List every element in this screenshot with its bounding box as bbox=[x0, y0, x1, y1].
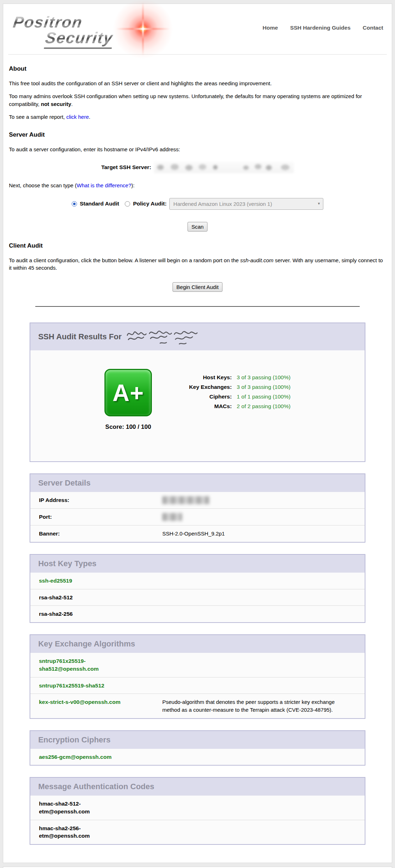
target-ssh-server-input[interactable] bbox=[154, 162, 294, 173]
host-key-types-panel: Host Key Types ssh-ed25519 rsa-sha2-512 … bbox=[30, 554, 365, 623]
scan-type-paragraph: Next, choose the scan type (What is the … bbox=[9, 182, 386, 189]
stat-row: Host Keys:3 of 3 passing (100%) bbox=[172, 374, 291, 381]
positron-security-logo[interactable]: Positron Security bbox=[13, 13, 163, 49]
about-paragraph-2: Too many admins overlook SSH configurati… bbox=[9, 92, 386, 108]
sample-report-text: To see a sample report, bbox=[9, 114, 66, 120]
banner-label: Banner: bbox=[39, 530, 128, 538]
host-key-row: rsa-sha2-256 bbox=[30, 605, 365, 622]
site-footer: sshaudit.com Copyright 2017-2023 Positro… bbox=[3, 867, 392, 868]
begin-client-audit-button[interactable]: Begin Client Audit bbox=[173, 282, 222, 292]
stat-row: Key Exchanges:3 of 3 passing (100%) bbox=[172, 384, 291, 390]
results-body: A+ Score: 100 / 100 Host Keys:3 of 3 pas… bbox=[30, 350, 365, 461]
macs-header: Message Authentication Codes bbox=[30, 778, 365, 796]
about-paragraph-3: To see a sample report, click here. bbox=[9, 113, 386, 121]
key-exchange-header: Key Exchange Algorithms bbox=[30, 635, 365, 653]
host-key-types-header: Host Key Types bbox=[30, 555, 365, 573]
ip-address-label: IP Address: bbox=[39, 496, 128, 504]
body-content: About This free tool audits the configur… bbox=[3, 65, 392, 845]
server-audit-intro: To audit a server configuration, enter i… bbox=[9, 146, 386, 153]
banner-row: Banner: SSH-2.0-OpenSSH_9.2p1 bbox=[30, 525, 365, 542]
stats-column: Host Keys:3 of 3 passing (100%) Key Exch… bbox=[172, 371, 291, 413]
logo-text-security: Security bbox=[44, 29, 114, 49]
policy-select-value: Hardened Amazon Linux 2023 (version 1) bbox=[173, 201, 272, 207]
client-audit-button-row: Begin Client Audit bbox=[9, 282, 386, 292]
stat-label: Key Exchanges: bbox=[172, 384, 232, 390]
nav-link[interactable]: SSH Hardening Guides bbox=[290, 25, 351, 31]
client-audit-heading: Client Audit bbox=[9, 242, 386, 249]
about-p2-period: . bbox=[71, 101, 73, 107]
scan-type-text-end: ): bbox=[131, 182, 134, 188]
grade-column: A+ Score: 100 / 100 bbox=[104, 369, 152, 431]
cipher-name: aes256-gcm@openssh.com bbox=[39, 753, 322, 761]
results-heading-text: SSH Audit Results For bbox=[38, 332, 122, 341]
about-paragraph-1: This free tool audits the configuration … bbox=[9, 80, 386, 87]
logo-text-positron: Positron bbox=[12, 13, 83, 31]
stat-label: Host Keys: bbox=[172, 374, 232, 381]
redacted-hostname-scribble bbox=[126, 328, 199, 346]
stat-value: 1 of 1 passing (100%) bbox=[237, 394, 291, 400]
section-divider bbox=[35, 306, 360, 307]
main-nav: Home SSH Hardening Guides Contact bbox=[263, 25, 383, 31]
stat-row: MACs:2 of 2 passing (100%) bbox=[172, 403, 291, 410]
standard-audit-label: Standard Audit bbox=[80, 200, 119, 207]
banner-value: SSH-2.0-OpenSSH_9.2p1 bbox=[162, 530, 225, 538]
site-header: Positron Security Home SSH Hardening Gui… bbox=[8, 4, 387, 55]
scan-type-row: Standard Audit Policy Audit: Hardened Am… bbox=[9, 198, 386, 210]
scan-type-difference-link[interactable]: What is the difference? bbox=[77, 182, 131, 188]
stat-value: 3 of 3 passing (100%) bbox=[237, 384, 291, 390]
redacted-ip-value bbox=[162, 496, 209, 504]
nav-link[interactable]: Home bbox=[263, 25, 278, 31]
standard-audit-radio[interactable] bbox=[72, 201, 77, 207]
encryption-ciphers-panel: Encryption Ciphers aes256-gcm@openssh.co… bbox=[30, 730, 365, 766]
client-audit-domain: ssh-audit.com bbox=[240, 257, 273, 263]
client-audit-text: To audit a client configuration, click t… bbox=[9, 257, 240, 263]
stat-value: 3 of 3 passing (100%) bbox=[237, 374, 291, 380]
host-key-name: ssh-ed25519 bbox=[39, 577, 322, 585]
scan-type-text: Next, choose the scan type ( bbox=[9, 182, 77, 188]
key-exchange-note bbox=[162, 682, 356, 690]
encryption-ciphers-header: Encryption Ciphers bbox=[30, 731, 365, 749]
ip-address-row: IP Address: bbox=[30, 492, 365, 508]
host-key-row: rsa-sha2-512 bbox=[30, 589, 365, 606]
policy-audit-label: Policy Audit: bbox=[133, 200, 166, 207]
stat-value: 2 of 2 passing (100%) bbox=[237, 403, 291, 409]
client-audit-paragraph: To audit a client configuration, click t… bbox=[9, 257, 386, 272]
key-exchange-note bbox=[162, 657, 356, 672]
policy-audit-radio[interactable] bbox=[125, 201, 130, 207]
mac-name: hmac-sha2-256-etm@openssh.com bbox=[39, 824, 128, 840]
score-text: Score: 100 / 100 bbox=[104, 423, 152, 431]
policy-select[interactable]: Hardened Amazon Linux 2023 (version 1) ▾ bbox=[169, 198, 323, 210]
mac-row: hmac-sha2-256-etm@openssh.com bbox=[30, 820, 365, 844]
cipher-row: aes256-gcm@openssh.com bbox=[30, 749, 365, 765]
target-server-row: Target SSH Server: bbox=[9, 162, 386, 173]
key-exchange-name: sntrup761x25519-sha512@openssh.com bbox=[39, 657, 128, 672]
key-exchange-note: Pseudo-algorithm that denotes the peer s… bbox=[162, 698, 356, 714]
nav-link[interactable]: Contact bbox=[363, 25, 383, 31]
page: Positron Security Home SSH Hardening Gui… bbox=[0, 0, 395, 868]
port-row: Port: bbox=[30, 508, 365, 525]
key-exchange-row: sntrup761x25519-sha512 bbox=[30, 677, 365, 694]
key-exchange-name: sntrup761x25519-sha512 bbox=[39, 682, 128, 690]
target-server-label: Target SSH Server: bbox=[101, 164, 151, 171]
host-key-name: rsa-sha2-256 bbox=[39, 610, 322, 618]
grade-badge: A+ bbox=[104, 369, 152, 416]
host-key-row: ssh-ed25519 bbox=[30, 573, 365, 589]
main-content: Positron Security Home SSH Hardening Gui… bbox=[3, 4, 392, 863]
sample-report-link[interactable]: click here bbox=[66, 114, 89, 120]
host-key-name: rsa-sha2-512 bbox=[39, 594, 322, 601]
chevron-down-icon: ▾ bbox=[318, 201, 320, 206]
key-exchange-name: kex-strict-s-v00@openssh.com bbox=[39, 698, 128, 714]
stat-label: MACs: bbox=[172, 403, 232, 410]
stat-label: Ciphers: bbox=[172, 394, 232, 400]
macs-panel: Message Authentication Codes hmac-sha2-5… bbox=[30, 777, 365, 845]
stat-row: Ciphers:1 of 1 passing (100%) bbox=[172, 394, 291, 400]
scan-button[interactable]: Scan bbox=[188, 222, 207, 232]
about-p2-bold: not security bbox=[41, 101, 71, 107]
scan-button-row: Scan bbox=[9, 222, 386, 232]
server-audit-heading: Server Audit bbox=[9, 131, 386, 138]
grade-letter: A+ bbox=[112, 379, 144, 406]
results-panel: SSH Audit Results For bbox=[30, 323, 365, 462]
about-heading: About bbox=[9, 65, 386, 72]
key-exchange-row: kex-strict-s-v00@openssh.com Pseudo-algo… bbox=[30, 694, 365, 718]
about-p3-period: . bbox=[89, 114, 90, 120]
